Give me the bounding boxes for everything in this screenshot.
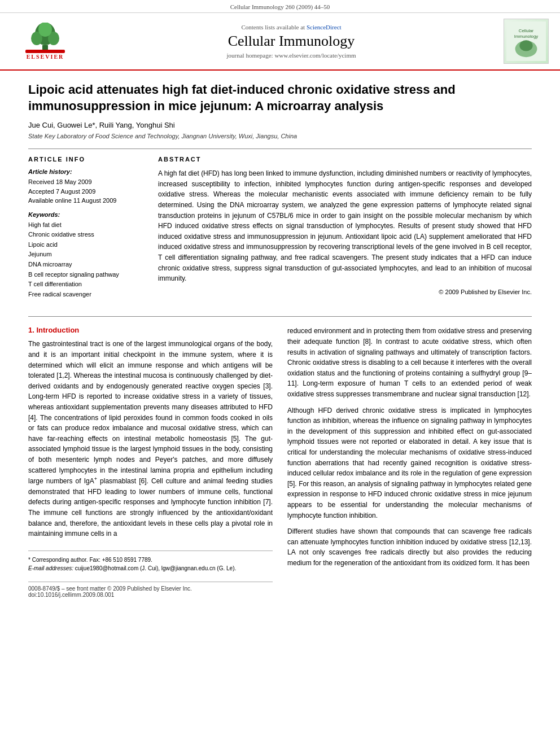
doi-line: doi:10.1016/j.cellimm.2009.08.001 bbox=[28, 592, 273, 598]
bottom-bar: 0008-8749/$ – see front matter © 2009 Pu… bbox=[28, 582, 273, 598]
abstract-panel: ABSTRACT A high fat diet (HFD) has long … bbox=[158, 156, 532, 305]
sciencedirect-link[interactable]: ScienceDirect bbox=[307, 24, 342, 30]
article-history: Article history: Received 18 May 2009 Ac… bbox=[28, 168, 141, 206]
keyword-2: Chronic oxidative stress bbox=[28, 230, 141, 240]
elsevier-logo-block: ELSEVIER bbox=[25, 23, 65, 60]
email-addresses: cuijue1980@hotmail.com (J. Cui), lgw@jia… bbox=[75, 565, 236, 571]
received-date: Received 18 May 2009 bbox=[28, 177, 141, 187]
keyword-6: B cell receptor signaling pathway bbox=[28, 270, 141, 280]
abstract-text: A high fat diet (HFD) has long been link… bbox=[158, 168, 532, 284]
keyword-1: High fat diet bbox=[28, 220, 141, 230]
elsevier-text: ELSEVIER bbox=[27, 54, 64, 60]
keywords-label: Keywords: bbox=[28, 211, 141, 218]
journal-header: ELSEVIER Contents lists available at Sci… bbox=[0, 13, 560, 71]
abstract-heading: ABSTRACT bbox=[158, 156, 532, 163]
issn-line: 0008-8749/$ – see front matter © 2009 Pu… bbox=[28, 586, 273, 592]
email-label: E-mail addresses: bbox=[28, 565, 73, 571]
history-label: Article history: bbox=[28, 168, 141, 175]
corresponding-author: * Corresponding author. Fax: +86 510 859… bbox=[28, 556, 273, 564]
article-title: Lipoic acid attenuates high fat diet-ind… bbox=[28, 82, 532, 114]
email-footnote: E-mail addresses: cuijue1980@hotmail.com… bbox=[28, 564, 273, 573]
journal-title: Cellular Immunology bbox=[79, 33, 504, 50]
body-content: 1. Introduction The gastrointestinal tra… bbox=[28, 316, 532, 597]
elsevier-tree-icon bbox=[25, 23, 65, 54]
svg-text:Cellular: Cellular bbox=[519, 28, 534, 33]
accepted-date: Accepted 7 August 2009 bbox=[28, 187, 141, 196]
journal-header-center: Contents lists available at ScienceDirec… bbox=[79, 24, 504, 59]
top-bar: Cellular Immunology 260 (2009) 44–50 bbox=[0, 0, 560, 13]
section1-heading: 1. Introduction bbox=[28, 326, 273, 334]
keyword-3: Lipoic acid bbox=[28, 240, 141, 250]
keyword-4: Jejunum bbox=[28, 250, 141, 260]
abstract-copyright: © 2009 Published by Elsevier Inc. bbox=[158, 289, 532, 295]
article-container: Lipoic acid attenuates high fat diet-ind… bbox=[0, 71, 560, 609]
available-date: Available online 11 August 2009 bbox=[28, 196, 141, 206]
body-right-col: reduced environment and in protecting th… bbox=[287, 326, 532, 597]
svg-point-10 bbox=[519, 40, 532, 51]
journal-citation: Cellular Immunology 260 (2009) 44–50 bbox=[230, 3, 330, 10]
elsevier-logo-left: ELSEVIER bbox=[11, 19, 79, 64]
sciencedirect-line: Contents lists available at ScienceDirec… bbox=[79, 24, 504, 30]
svg-rect-5 bbox=[25, 50, 65, 53]
svg-point-4 bbox=[38, 23, 52, 37]
journal-cover-icon: Cellular Immunology bbox=[506, 21, 546, 62]
intro-para-4: Different studies have shown that compou… bbox=[287, 526, 532, 568]
keyword-5: DNA microarray bbox=[28, 260, 141, 270]
article-info-panel: ARTICLE INFO Article history: Received 1… bbox=[28, 156, 141, 305]
intro-para-1: The gastrointestinal tract is one of the… bbox=[28, 339, 273, 539]
intro-para-2: reduced environment and in protecting th… bbox=[287, 326, 532, 399]
article-info-heading: ARTICLE INFO bbox=[28, 156, 141, 163]
journal-homepage: journal homepage: www.elsevier.com/locat… bbox=[79, 52, 504, 59]
affiliation: State Key Laboratory of Food Science and… bbox=[28, 133, 532, 139]
keyword-8: Free radical scavenger bbox=[28, 290, 141, 300]
article-info-abstract: ARTICLE INFO Article history: Received 1… bbox=[28, 148, 532, 305]
footnote-area: * Corresponding author. Fax: +86 510 859… bbox=[28, 551, 273, 573]
keywords-section: Keywords: High fat diet Chronic oxidativ… bbox=[28, 211, 141, 300]
svg-text:Immunology: Immunology bbox=[514, 34, 538, 39]
journal-logo-right: Cellular Immunology bbox=[504, 19, 549, 64]
keywords-list: High fat diet Chronic oxidative stress L… bbox=[28, 220, 141, 300]
body-left-col: 1. Introduction The gastrointestinal tra… bbox=[28, 326, 273, 597]
keyword-7: T cell differentiation bbox=[28, 279, 141, 290]
authors: Jue Cui, Guowei Le*, Ruili Yang, Yonghui… bbox=[28, 121, 532, 129]
intro-para-3: Although HFD derived chronic oxidative s… bbox=[287, 405, 532, 521]
